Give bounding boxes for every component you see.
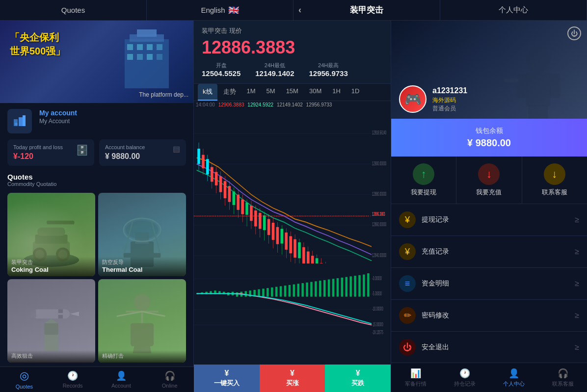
svg-rect-8 bbox=[137, 54, 143, 60]
nav-positions[interactable]: 🕐 持仓记录 bbox=[440, 363, 489, 392]
nav-records[interactable]: 🕐 Records bbox=[49, 367, 97, 392]
recharge-button[interactable]: ↓ 我要充值 bbox=[456, 157, 522, 204]
svg-rect-60 bbox=[211, 167, 213, 182]
svg-rect-12 bbox=[19, 117, 23, 126]
nav-contact-service[interactable]: 🎧 联系客服 bbox=[538, 363, 587, 392]
tab-30m[interactable]: 30M bbox=[304, 84, 326, 101]
records-nav-label: Records bbox=[63, 383, 83, 389]
user-tag-label: 海外源码 bbox=[432, 96, 467, 105]
svg-rect-56 bbox=[202, 155, 205, 168]
svg-rect-31 bbox=[33, 310, 70, 319]
svg-rect-182 bbox=[315, 281, 317, 296]
tab-1d[interactable]: 1D bbox=[347, 84, 365, 101]
svg-rect-34 bbox=[58, 310, 63, 314]
commodity-cn-2: 防空反导 bbox=[102, 259, 182, 266]
svg-text:-0.00000: -0.00000 bbox=[372, 275, 382, 281]
open-value: 12504.5525 bbox=[202, 69, 240, 78]
svg-rect-78 bbox=[250, 206, 253, 221]
svg-rect-36 bbox=[44, 333, 58, 351]
withdraw-button[interactable]: ↑ 我要提现 bbox=[391, 157, 456, 204]
quotes-nav-label: Quotes bbox=[16, 384, 33, 390]
language-label: English bbox=[201, 6, 225, 14]
commodity-cn-4: 精确打击 bbox=[102, 352, 182, 360]
tab-trend[interactable]: 走势 bbox=[218, 84, 241, 101]
svg-rect-62 bbox=[215, 172, 218, 185]
commodity-cn-3: 高效狙击 bbox=[11, 352, 91, 360]
nav-account[interactable]: 👤 Account bbox=[97, 367, 146, 392]
safe-logout-icon: ⏻ bbox=[399, 339, 416, 356]
menu-fund-details[interactable]: ≡ 资金明细 ≥ bbox=[391, 268, 587, 300]
quotes-label: Quotes bbox=[61, 6, 85, 14]
buy-rise-button[interactable]: ¥ 买涨 bbox=[260, 365, 325, 392]
svg-rect-179 bbox=[301, 283, 303, 297]
page-title-center: ‹ 装甲突击 bbox=[294, 0, 440, 20]
svg-rect-4 bbox=[137, 44, 143, 50]
open-label: 开盘 bbox=[202, 62, 240, 69]
balance-icon: ▤ bbox=[173, 144, 180, 154]
quotes-title: Quotes bbox=[7, 173, 186, 181]
user-avatar: 🎮 bbox=[399, 85, 427, 113]
left-panel: 「央企保利 世界500强」 The p bbox=[0, 21, 194, 392]
svg-rect-98 bbox=[294, 239, 296, 258]
profit-label: Today profit and loss bbox=[13, 144, 63, 150]
buy-fall-label: 买跌 bbox=[351, 379, 364, 388]
tab-1h[interactable]: 1H bbox=[327, 84, 346, 101]
customer-service-button[interactable]: ↓ 联系客服 bbox=[522, 157, 587, 204]
commodity-card-4[interactable]: 精确打击 bbox=[98, 279, 186, 363]
nav-quotes[interactable]: ◎ Quotes bbox=[0, 367, 49, 392]
nav-online[interactable]: 🎧 Online bbox=[145, 367, 194, 392]
svg-point-41 bbox=[134, 294, 151, 311]
low-value: 12149.1402 bbox=[255, 69, 294, 78]
power-button[interactable]: ⏻ bbox=[567, 26, 581, 40]
personal-center-tab[interactable]: 个人中心 bbox=[440, 0, 587, 20]
language-selector[interactable]: English 🇬🇧 bbox=[147, 0, 294, 20]
svg-rect-37 bbox=[44, 323, 58, 335]
quotes-tab[interactable]: Quotes bbox=[0, 0, 147, 20]
commodity-card-1[interactable]: 装甲突击 Coking Coal bbox=[7, 193, 95, 276]
svg-text:-15.00000: -15.00000 bbox=[372, 321, 383, 327]
quotes-nav-icon: ◎ bbox=[20, 369, 29, 382]
menu-safe-logout[interactable]: ⏻ 安全退出 ≥ bbox=[391, 332, 587, 363]
commodity-card-2[interactable]: 防空反导 Thermal Coal bbox=[98, 193, 186, 276]
menu-list: ¥ 提现记录 ≥ ¥ 充值记录 ≥ ≡ 资金明细 ≥ ✏ 密码修改 ≥ ⏻ 安全 bbox=[391, 204, 587, 363]
one-click-buy-button[interactable]: ¥ 一键买入 bbox=[194, 365, 260, 392]
tab-kline[interactable]: k线 bbox=[198, 84, 217, 101]
svg-rect-184 bbox=[323, 280, 325, 296]
tab-1m[interactable]: 1M bbox=[242, 84, 261, 101]
low-label: 24H最低 bbox=[255, 62, 294, 69]
svg-rect-185 bbox=[328, 279, 330, 296]
chart-tabs: k线 走势 1M 5M 15M 30M 1H 1D bbox=[194, 84, 391, 101]
svg-rect-180 bbox=[306, 282, 308, 296]
menu-change-password[interactable]: ✏ 密码修改 ≥ bbox=[391, 300, 587, 332]
svg-text:-10.00000: -10.00000 bbox=[372, 306, 383, 312]
commodity-card-3[interactable]: 高效狙击 bbox=[7, 279, 95, 363]
price-section-label: 装甲突击 现价 bbox=[202, 26, 383, 35]
account-info: My account My Account bbox=[39, 109, 186, 125]
svg-rect-9 bbox=[147, 54, 153, 60]
change-password-label: 密码修改 bbox=[422, 311, 575, 320]
tab-15m[interactable]: 15M bbox=[281, 84, 303, 101]
svg-rect-181 bbox=[310, 282, 312, 296]
wallet-label: 钱包余额 bbox=[401, 127, 577, 135]
withdraw-label: 我要提现 bbox=[411, 188, 436, 197]
high-stat: 24H最高 12956.9733 bbox=[309, 62, 348, 78]
svg-rect-84 bbox=[263, 215, 266, 230]
nav-military[interactable]: 📊 军备行情 bbox=[391, 363, 440, 392]
commodity-cn-1: 装甲突击 bbox=[11, 259, 91, 266]
menu-recharge-records[interactable]: ¥ 充值记录 ≥ bbox=[391, 236, 587, 268]
tab-5m[interactable]: 5M bbox=[262, 84, 280, 101]
svg-rect-54 bbox=[197, 149, 200, 164]
user-details: a1231231 海外源码 普通会员 bbox=[432, 86, 467, 113]
svg-text:12886.3883: 12886.3883 bbox=[372, 211, 385, 217]
withdraw-records-icon: ¥ bbox=[399, 211, 416, 228]
contact-service-nav-icon: 🎧 bbox=[558, 368, 568, 379]
menu-withdraw-records[interactable]: ¥ 提现记录 ≥ bbox=[391, 204, 587, 236]
nav-personal-center[interactable]: 👤 个人中心 bbox=[489, 363, 538, 392]
positions-nav-label: 持仓记录 bbox=[454, 380, 476, 388]
buy-fall-button[interactable]: ¥ 买跌 bbox=[325, 365, 391, 392]
back-button[interactable]: ‹ bbox=[298, 5, 301, 15]
svg-rect-100 bbox=[298, 242, 301, 258]
svg-rect-205 bbox=[529, 105, 538, 119]
svg-rect-194 bbox=[367, 273, 369, 297]
balance-card: Account balance ¥ 9880.00 ▤ bbox=[99, 139, 186, 166]
